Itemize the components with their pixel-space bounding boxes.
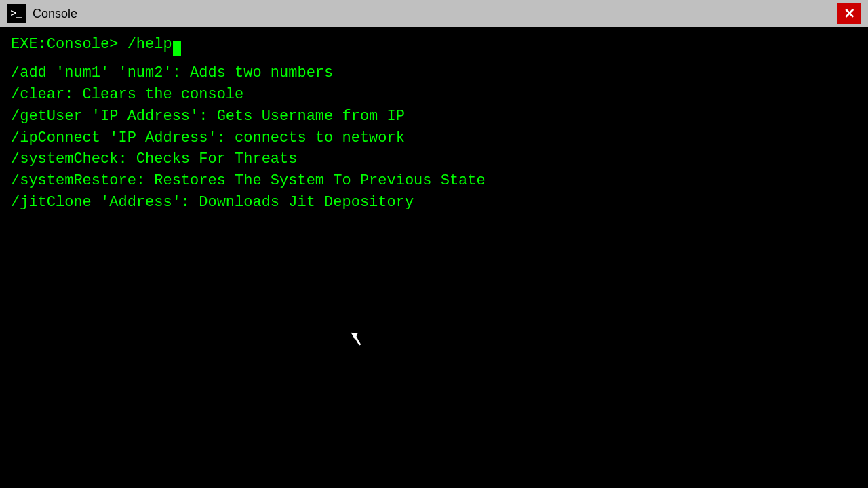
close-button[interactable]: ✕ [837,3,861,24]
title-bar: >_ Console ✕ [0,0,868,27]
help-line: /jitClone 'Address': Downloads Jit Depos… [11,192,857,214]
terminal-icon-text: >_ [11,8,22,19]
help-line: /systemCheck: Checks For Threats [11,148,857,170]
help-lines: /add 'num1' 'num2': Adds two numbers/cle… [11,62,857,214]
help-line: /clear: Clears the console [11,84,857,106]
help-line: /getUser 'IP Address': Gets Username fro… [11,106,857,127]
prompt-text: EXE:Console> /help [11,36,172,53]
help-line: /ipConnect 'IP Address': connects to net… [11,127,857,149]
console-window: >_ Console ✕ EXE:Console> /help /add 'nu… [0,0,868,488]
help-line: /add 'num1' 'num2': Adds two numbers [11,62,857,84]
prompt-line: EXE:Console> /help [11,34,857,56]
help-line: /systemRestore: Restores The System To P… [11,170,857,192]
console-body[interactable]: EXE:Console> /help /add 'num1' 'num2': A… [0,27,868,488]
cursor [173,41,181,56]
window-title: Console [33,7,77,21]
title-bar-left: >_ Console [7,4,77,23]
terminal-icon: >_ [7,4,26,23]
